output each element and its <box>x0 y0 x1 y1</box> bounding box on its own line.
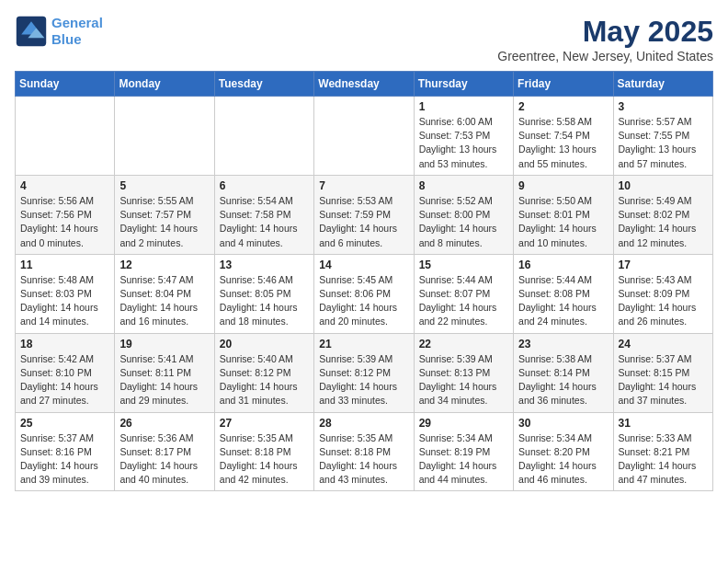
week-row-2: 4Sunrise: 5:56 AM Sunset: 7:56 PM Daylig… <box>16 175 713 254</box>
day-info: Sunrise: 5:50 AM Sunset: 8:01 PM Dayligh… <box>518 194 608 250</box>
page-header: General Blue May 2025 Greentree, New Jer… <box>15 15 713 63</box>
day-number: 2 <box>518 100 608 113</box>
day-cell: 21Sunrise: 5:39 AM Sunset: 8:12 PM Dayli… <box>314 333 414 412</box>
day-number: 15 <box>419 259 508 271</box>
weekday-monday: Monday <box>115 72 214 97</box>
day-number: 28 <box>319 417 408 430</box>
day-cell: 15Sunrise: 5:44 AM Sunset: 8:07 PM Dayli… <box>414 254 513 333</box>
logo-icon <box>15 15 48 48</box>
day-number: 12 <box>119 259 209 271</box>
day-cell: 20Sunrise: 5:40 AM Sunset: 8:12 PM Dayli… <box>214 333 313 412</box>
month-title: May 2025 <box>497 15 713 49</box>
calendar-table: SundayMondayTuesdayWednesdayThursdayFrid… <box>15 71 713 491</box>
day-cell: 19Sunrise: 5:41 AM Sunset: 8:11 PM Dayli… <box>115 333 214 412</box>
logo-text: General Blue <box>51 15 103 48</box>
day-info: Sunrise: 5:49 AM Sunset: 8:02 PM Dayligh… <box>619 194 708 250</box>
weekday-header-row: SundayMondayTuesdayWednesdayThursdayFrid… <box>16 72 713 97</box>
day-cell: 26Sunrise: 5:36 AM Sunset: 8:17 PM Dayli… <box>115 412 214 491</box>
day-number: 7 <box>319 179 408 192</box>
title-block: May 2025 Greentree, New Jersey, United S… <box>497 15 713 63</box>
day-info: Sunrise: 5:56 AM Sunset: 7:56 PM Dayligh… <box>20 194 109 250</box>
day-cell: 25Sunrise: 5:37 AM Sunset: 8:16 PM Dayli… <box>16 412 115 491</box>
day-info: Sunrise: 5:47 AM Sunset: 8:04 PM Dayligh… <box>119 273 209 329</box>
day-number: 23 <box>518 338 608 350</box>
day-cell: 14Sunrise: 5:45 AM Sunset: 8:06 PM Dayli… <box>314 254 414 333</box>
day-cell: 6Sunrise: 5:54 AM Sunset: 7:58 PM Daylig… <box>214 175 313 254</box>
day-cell: 31Sunrise: 5:33 AM Sunset: 8:21 PM Dayli… <box>613 412 712 491</box>
day-number: 4 <box>20 179 109 192</box>
day-info: Sunrise: 5:48 AM Sunset: 8:03 PM Dayligh… <box>20 273 109 329</box>
day-info: Sunrise: 5:35 AM Sunset: 8:18 PM Dayligh… <box>319 431 408 488</box>
weekday-wednesday: Wednesday <box>314 72 414 97</box>
day-number: 21 <box>319 338 408 350</box>
day-cell: 12Sunrise: 5:47 AM Sunset: 8:04 PM Dayli… <box>115 254 214 333</box>
day-cell: 1Sunrise: 6:00 AM Sunset: 7:53 PM Daylig… <box>414 97 513 176</box>
day-cell: 9Sunrise: 5:50 AM Sunset: 8:01 PM Daylig… <box>514 175 613 254</box>
weekday-friday: Friday <box>514 72 613 97</box>
day-number: 17 <box>619 259 708 271</box>
day-info: Sunrise: 5:58 AM Sunset: 7:54 PM Dayligh… <box>518 115 608 171</box>
day-cell: 18Sunrise: 5:42 AM Sunset: 8:10 PM Dayli… <box>16 333 115 412</box>
day-info: Sunrise: 5:55 AM Sunset: 7:57 PM Dayligh… <box>119 194 209 250</box>
day-number: 6 <box>220 179 309 192</box>
day-info: Sunrise: 5:37 AM Sunset: 8:16 PM Dayligh… <box>20 431 109 488</box>
day-number: 24 <box>619 338 708 350</box>
weekday-saturday: Saturday <box>613 72 712 97</box>
day-info: Sunrise: 5:35 AM Sunset: 8:18 PM Dayligh… <box>220 431 309 488</box>
day-info: Sunrise: 5:40 AM Sunset: 8:12 PM Dayligh… <box>220 352 309 408</box>
day-number: 9 <box>518 179 608 192</box>
day-cell <box>115 97 214 176</box>
day-cell: 30Sunrise: 5:34 AM Sunset: 8:20 PM Dayli… <box>514 412 613 491</box>
day-cell: 17Sunrise: 5:43 AM Sunset: 8:09 PM Dayli… <box>613 254 712 333</box>
day-cell: 7Sunrise: 5:53 AM Sunset: 7:59 PM Daylig… <box>314 175 414 254</box>
logo-line1: General <box>51 15 103 30</box>
day-cell <box>214 97 313 176</box>
day-number: 27 <box>220 417 309 430</box>
day-cell: 2Sunrise: 5:58 AM Sunset: 7:54 PM Daylig… <box>514 97 613 176</box>
day-number: 26 <box>119 417 209 430</box>
day-cell <box>16 97 115 176</box>
day-number: 10 <box>619 179 708 192</box>
day-info: Sunrise: 5:39 AM Sunset: 8:13 PM Dayligh… <box>419 352 508 408</box>
day-info: Sunrise: 5:53 AM Sunset: 7:59 PM Dayligh… <box>319 194 408 250</box>
day-number: 16 <box>518 259 608 271</box>
day-cell: 3Sunrise: 5:57 AM Sunset: 7:55 PM Daylig… <box>613 97 712 176</box>
day-info: Sunrise: 5:46 AM Sunset: 8:05 PM Dayligh… <box>220 273 309 329</box>
day-info: Sunrise: 5:54 AM Sunset: 7:58 PM Dayligh… <box>220 194 309 250</box>
logo: General Blue <box>15 15 103 48</box>
day-number: 13 <box>220 259 309 271</box>
day-number: 31 <box>619 417 708 430</box>
weekday-tuesday: Tuesday <box>214 72 313 97</box>
day-info: Sunrise: 5:34 AM Sunset: 8:19 PM Dayligh… <box>419 431 508 488</box>
day-info: Sunrise: 5:33 AM Sunset: 8:21 PM Dayligh… <box>619 431 708 488</box>
calendar-header: SundayMondayTuesdayWednesdayThursdayFrid… <box>16 72 713 97</box>
weekday-thursday: Thursday <box>414 72 513 97</box>
weekday-sunday: Sunday <box>16 72 115 97</box>
day-info: Sunrise: 5:39 AM Sunset: 8:12 PM Dayligh… <box>319 352 408 408</box>
day-cell: 4Sunrise: 5:56 AM Sunset: 7:56 PM Daylig… <box>16 175 115 254</box>
day-cell: 22Sunrise: 5:39 AM Sunset: 8:13 PM Dayli… <box>414 333 513 412</box>
day-cell: 28Sunrise: 5:35 AM Sunset: 8:18 PM Dayli… <box>314 412 414 491</box>
week-row-1: 1Sunrise: 6:00 AM Sunset: 7:53 PM Daylig… <box>16 97 713 176</box>
day-number: 22 <box>419 338 508 350</box>
day-number: 3 <box>619 100 708 113</box>
day-info: Sunrise: 5:44 AM Sunset: 8:07 PM Dayligh… <box>419 273 508 329</box>
location: Greentree, New Jersey, United States <box>497 49 713 63</box>
day-number: 18 <box>20 338 109 350</box>
day-info: Sunrise: 5:44 AM Sunset: 8:08 PM Dayligh… <box>518 273 608 329</box>
day-cell <box>314 97 414 176</box>
day-cell: 16Sunrise: 5:44 AM Sunset: 8:08 PM Dayli… <box>514 254 613 333</box>
day-info: Sunrise: 6:00 AM Sunset: 7:53 PM Dayligh… <box>419 115 508 171</box>
day-number: 25 <box>20 417 109 430</box>
day-info: Sunrise: 5:52 AM Sunset: 8:00 PM Dayligh… <box>419 194 508 250</box>
day-cell: 8Sunrise: 5:52 AM Sunset: 8:00 PM Daylig… <box>414 175 513 254</box>
day-info: Sunrise: 5:43 AM Sunset: 8:09 PM Dayligh… <box>619 273 708 329</box>
day-number: 1 <box>419 100 508 113</box>
day-number: 30 <box>518 417 608 430</box>
day-number: 14 <box>319 259 408 271</box>
day-info: Sunrise: 5:36 AM Sunset: 8:17 PM Dayligh… <box>119 431 209 488</box>
day-cell: 24Sunrise: 5:37 AM Sunset: 8:15 PM Dayli… <box>613 333 712 412</box>
calendar-body: 1Sunrise: 6:00 AM Sunset: 7:53 PM Daylig… <box>16 97 713 491</box>
day-info: Sunrise: 5:37 AM Sunset: 8:15 PM Dayligh… <box>619 352 708 408</box>
day-info: Sunrise: 5:41 AM Sunset: 8:11 PM Dayligh… <box>119 352 209 408</box>
